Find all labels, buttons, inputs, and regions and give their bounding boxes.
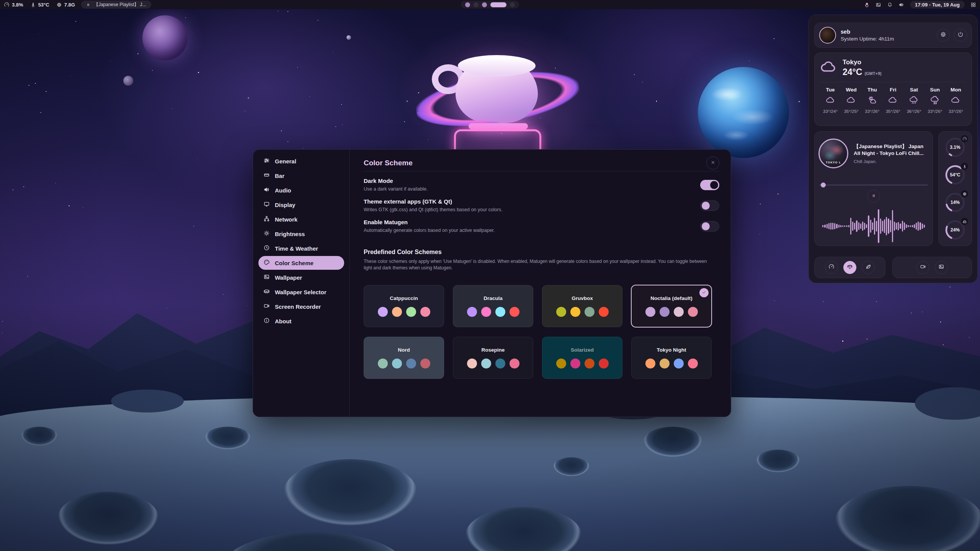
speedometer-icon xyxy=(828,264,835,271)
viz-bar xyxy=(830,223,831,230)
scheme-card-tokyo-night[interactable]: Tokyo Night xyxy=(631,337,712,379)
weather-text: Tokyo 24°C (GMT+9) xyxy=(843,59,882,77)
sidebar-item-audio[interactable]: Audio xyxy=(258,183,344,197)
viz-bar xyxy=(862,222,863,231)
workspace-dot-4[interactable] xyxy=(490,2,506,7)
leaf-icon xyxy=(865,264,871,271)
scheme-swatches xyxy=(645,307,698,317)
sidebar-item-bar[interactable]: Bar xyxy=(258,169,344,183)
color-swatch xyxy=(495,359,505,368)
viz-bar xyxy=(870,220,871,233)
media-player-card: TOKYO L 【Japanese Playlist】 Japan All Ni… xyxy=(814,131,933,246)
scheme-swatches xyxy=(467,359,519,368)
viz-bar xyxy=(832,223,833,230)
media-progress-bar[interactable] xyxy=(819,184,928,186)
weather-temperature: 24°C xyxy=(843,67,862,77)
close-button[interactable] xyxy=(706,156,719,170)
temperature-module[interactable]: 53°C xyxy=(30,2,49,8)
color-swatch xyxy=(674,307,684,317)
sidebar-item-brightness[interactable]: Brightness xyxy=(258,227,344,241)
wallpaper-button[interactable] xyxy=(935,261,948,274)
weather-divider xyxy=(820,82,966,82)
settings-button[interactable] xyxy=(937,29,950,42)
viz-bar xyxy=(914,224,915,228)
workspace-dot-1[interactable] xyxy=(465,2,470,7)
user-name: seb xyxy=(841,29,894,35)
bar-media-pill[interactable]: 【Japanese Playlist】 J... xyxy=(81,1,151,8)
cpu-usage-module[interactable]: 3.8% xyxy=(4,2,23,8)
launcher-grid-icon[interactable] xyxy=(970,2,976,8)
color-swatch xyxy=(585,359,595,368)
sidebar-item-time-weather[interactable]: Time & Weather xyxy=(258,241,344,255)
palette-icon xyxy=(263,259,270,267)
viz-bar xyxy=(860,223,861,229)
viz-bar xyxy=(834,223,835,229)
screen-record-button[interactable] xyxy=(916,261,929,274)
workspace-dot-5[interactable] xyxy=(510,2,515,7)
cloud-icon xyxy=(846,95,856,106)
album-art[interactable]: TOKYO L xyxy=(818,139,848,168)
viz-bar xyxy=(836,224,837,228)
scheme-card-noctalia[interactable]: Noctalia (default) xyxy=(631,285,712,327)
color-swatch xyxy=(688,307,698,317)
powersave-profile-button[interactable] xyxy=(862,261,875,274)
viz-bar xyxy=(852,222,853,231)
scheme-name: Nord xyxy=(398,347,410,353)
color-swatch xyxy=(510,307,519,317)
sidebar-item-wallpaper[interactable]: Wallpaper xyxy=(258,271,344,284)
color-swatch xyxy=(599,307,609,317)
scheme-card-rosepine[interactable]: Rosepine xyxy=(453,337,533,379)
sidebar-item-wallpaper-selector[interactable]: Wallpaper Selector xyxy=(258,285,344,299)
pause-button[interactable] xyxy=(867,190,880,203)
scheme-card-catppuccin[interactable]: Catppuccin xyxy=(364,285,444,327)
scheme-card-gruvbox[interactable]: Gruvbox xyxy=(542,285,622,327)
hand-tray-icon[interactable] xyxy=(864,2,870,8)
power-button[interactable] xyxy=(954,29,967,42)
image-carousel-icon xyxy=(263,288,270,296)
memory-module[interactable]: 7.8G xyxy=(56,2,75,8)
viz-bar xyxy=(866,224,867,228)
pause-icon xyxy=(86,3,90,7)
album-art-text: TOKYO L xyxy=(820,161,847,164)
sidebar-item-general[interactable]: General xyxy=(258,154,344,168)
sidebar-label: Time & Weather xyxy=(275,245,318,252)
speedometer-icon xyxy=(960,135,969,143)
sidebar-item-display[interactable]: Display xyxy=(258,198,344,212)
image-icon xyxy=(938,264,944,271)
system-stats-card: 3.1% 54°C 14% 24% xyxy=(938,131,972,246)
viz-bar xyxy=(894,222,895,231)
sidebar-label: General xyxy=(275,158,296,165)
wallpaper-icon[interactable] xyxy=(875,2,881,8)
sidebar-item-network[interactable]: Network xyxy=(258,212,344,226)
bell-icon[interactable] xyxy=(887,2,893,8)
scheme-swatches xyxy=(467,307,519,317)
scheme-card-nord[interactable]: Nord xyxy=(364,337,444,379)
control-center-panel: seb System Uptime: 4h11m Tokyo 24°C (GMT… xyxy=(808,15,978,283)
theme-external-apps-description: Writes GTK (gtk.css) and Qt (qt6ct) them… xyxy=(364,207,502,213)
color-swatch xyxy=(510,359,519,368)
schemes-section-description: These color schemes only apply when 'Use… xyxy=(364,258,716,271)
sidebar-item-screen-recorder[interactable]: Screen Recorder xyxy=(258,300,344,313)
sidebar-item-about[interactable]: About xyxy=(258,314,344,328)
clock-widget[interactable]: 17:09 - Tue, 19 Aug xyxy=(910,1,965,8)
workspace-dot-2[interactable] xyxy=(474,2,479,7)
scheme-card-solarized[interactable]: Solarized xyxy=(542,337,622,379)
color-swatch xyxy=(481,307,491,317)
performance-profile-button[interactable] xyxy=(825,261,838,274)
enable-matugen-toggle[interactable] xyxy=(700,221,719,231)
volume-icon[interactable] xyxy=(898,2,904,8)
theme-external-apps-toggle[interactable] xyxy=(700,201,719,211)
dark-mode-toggle[interactable] xyxy=(700,180,719,190)
progress-knob[interactable] xyxy=(821,183,826,187)
viz-bar xyxy=(828,223,830,229)
balanced-profile-button[interactable] xyxy=(843,261,856,274)
video-camera-icon xyxy=(920,264,926,271)
viz-bar xyxy=(858,222,859,230)
viz-bar xyxy=(888,218,889,234)
scheme-card-dracula[interactable]: Dracula xyxy=(453,285,533,327)
workspace-dot-3[interactable] xyxy=(482,2,487,7)
sidebar-item-color-scheme[interactable]: Color Scheme xyxy=(258,256,344,270)
viz-bar xyxy=(910,225,911,227)
tools-card xyxy=(892,257,972,278)
color-swatch xyxy=(406,359,416,368)
